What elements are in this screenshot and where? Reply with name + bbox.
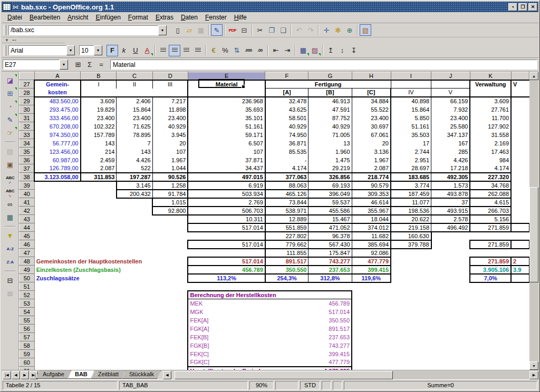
cell-I35[interactable]: 2.744 [391,148,431,156]
cell-E54[interactable]: MGK [188,308,265,316]
menu-daten[interactable]: Daten [177,13,201,22]
cell-K36[interactable]: 984 [470,156,511,164]
cell-A38[interactable]: 3.123.058,00 [34,173,81,181]
cell-D27[interactable]: III [152,80,188,89]
cell-J49[interactable] [431,266,470,274]
align-center-vertical-icon[interactable]: ↕ [336,45,348,56]
cell-H37[interactable]: 2.087 [352,164,391,173]
cell-F58[interactable]: 743.277 [265,341,352,350]
cell-K32[interactable]: 127.902 [470,122,511,131]
column-header-D[interactable]: D [152,72,188,80]
cell-F28[interactable]: [A] [265,89,308,97]
cell-C32[interactable]: 71.625 [117,122,152,131]
cell-B36[interactable]: 2.459 [81,156,117,164]
cell-H29[interactable]: 34.884 [352,97,391,105]
cell-C55[interactable] [117,316,152,325]
cell-K52[interactable] [470,291,511,299]
print-file-icon[interactable]: ⊟ [238,24,250,36]
cell-H34[interactable]: 20 [352,139,391,148]
cell-E27[interactable]: Material [188,80,265,89]
cell-K61[interactable] [470,367,511,370]
collapse-arrow-icon[interactable]: ▼ [5,38,9,43]
cell-G28[interactable]: [B] [308,89,352,97]
column-header-F[interactable]: F [265,72,308,80]
sum-icon[interactable]: Σ [84,59,95,71]
cell-F53[interactable]: 456.789 [265,299,352,308]
column-header-C[interactable]: C [117,72,152,80]
cell-B27[interactable]: I [81,80,117,89]
align-right-icon[interactable] [180,45,192,56]
cell-D38[interactable]: 90.526 [152,173,188,181]
cell-I32[interactable]: 51.161 [391,122,431,131]
cell-K45[interactable] [470,232,511,240]
cell-K49[interactable]: 3.905.106 [470,266,511,274]
cell-A60[interactable] [34,358,81,367]
cell-E52[interactable]: Berechnung der Herstellkosten [188,291,352,299]
cell-G36[interactable]: 1.475 [308,156,352,164]
cell-G30[interactable]: 47.591 [308,105,352,114]
scroll-up-icon[interactable]: ▲ [529,72,538,80]
scroll-right-icon[interactable]: ▶ [529,371,538,379]
cell-A35[interactable]: 123.456,00 [34,148,81,156]
cell-J44[interactable]: 496.492 [431,223,470,232]
cell-E41[interactable]: 2.769 [188,198,265,207]
cell-C60[interactable] [117,358,152,367]
cell-G33[interactable]: 71.005 [308,131,352,139]
row-header-46[interactable]: 46 [20,240,35,249]
cell-F38[interactable]: 377.063 [265,173,308,181]
cell-H61[interactable] [352,367,391,370]
cell-L45[interactable] [511,232,529,240]
cell-F40[interactable]: 465.126 [265,190,308,198]
cell-J35[interactable]: 285 [431,148,470,156]
cell-G41[interactable]: 59.537 [308,198,352,207]
url-dropdown-arrow-icon[interactable]: ▼ [158,25,167,35]
cell-E56[interactable]: FGK[A] [188,325,265,333]
column-header-A[interactable]: A [34,72,81,80]
cell-K44[interactable]: 271.859 [470,223,511,232]
cell-C28[interactable] [117,89,152,97]
column-header-B[interactable]: B [81,72,117,80]
cell-A43[interactable] [34,215,81,223]
autoformat-icon[interactable]: ▣ [3,158,17,171]
cell-K42[interactable]: 266.703 [470,207,511,215]
cell-H52[interactable] [352,291,391,299]
cell-F35[interactable]: 85.535 [265,148,308,156]
cell-E44[interactable]: 517.014 [188,223,265,232]
cell-F27[interactable]: Fertigung [265,80,391,89]
cell-H57[interactable] [352,333,391,341]
cell-G32[interactable]: 40.929 [308,122,352,131]
horizontal-scroll-thumb[interactable] [175,371,393,379]
cell-H36[interactable]: 1.967 [352,156,391,164]
cell-G38[interactable]: 326.856 [308,173,352,181]
cell-B53[interactable] [81,299,117,308]
cell-H40[interactable]: 309.353 [352,190,391,198]
cell-B28[interactable] [81,89,117,97]
cell-J46[interactable] [431,240,470,249]
cell-L36[interactable] [511,156,529,164]
cell-D60[interactable] [152,358,188,367]
row-header-41[interactable]: 41 [20,198,35,207]
number-format-currency-icon[interactable]: € [208,45,219,56]
cell-D34[interactable]: 20 [152,139,188,148]
cell-E46[interactable]: 517.014 [188,240,265,249]
row-header-61[interactable]: 61 [20,367,35,370]
cell-D39[interactable]: 1.258 [152,181,188,190]
increase-indent-icon[interactable]: ⇥ [282,45,293,56]
row-header-35[interactable]: 35 [20,148,35,156]
cell-B29[interactable]: 3.609 [81,97,117,105]
function-autopilot-icon[interactable]: ⊞ [72,59,84,71]
cell-B60[interactable] [81,358,117,367]
cell-L54[interactable] [511,308,529,316]
cell-C41[interactable] [117,198,152,207]
cell-G43[interactable]: 15.467 [308,215,352,223]
cell-I46[interactable]: 379.788 [391,240,431,249]
cell-L50[interactable] [511,274,529,282]
spellcheck-icon[interactable]: ABC✓ [3,171,17,184]
cell-J54[interactable] [431,308,470,316]
row-header-52[interactable]: 52 [20,291,35,299]
cell-A47[interactable] [34,249,81,257]
menu-datei[interactable]: Datei [4,13,26,22]
cell-D32[interactable]: 40.929 [152,122,188,131]
cell-F56[interactable]: 891.517 [265,325,352,333]
cell-E39[interactable]: 6.919 [188,181,265,190]
